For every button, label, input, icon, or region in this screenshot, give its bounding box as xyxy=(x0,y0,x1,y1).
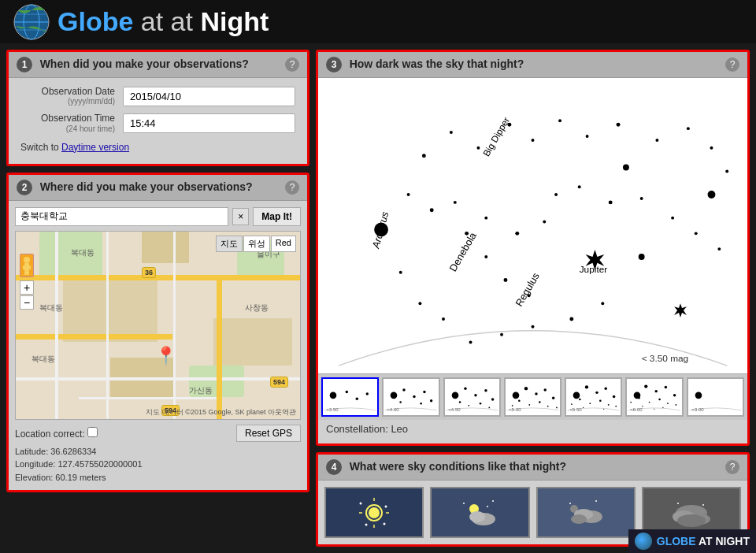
svg-point-54 xyxy=(601,302,604,305)
svg-rect-9 xyxy=(24,271,27,275)
svg-point-106 xyxy=(585,385,588,388)
svg-text:<4.50: <4.50 xyxy=(448,407,461,412)
svg-point-63 xyxy=(528,294,531,297)
street-view-icon[interactable] xyxy=(20,254,34,277)
map-attribution: 지도 데이터 ©2015 Google, SK planet 아웃역관 xyxy=(146,407,296,418)
svg-point-34 xyxy=(617,123,621,127)
section4-help-icon[interactable]: ? xyxy=(725,460,739,474)
zoom-out-button[interactable]: − xyxy=(20,295,34,310)
svg-point-53 xyxy=(717,247,721,251)
svg-point-37 xyxy=(710,147,713,150)
section4-header: 4 What were sky conditions like that nig… xyxy=(318,455,747,481)
section3-help-icon[interactable]: ? xyxy=(725,58,739,72)
chart-thumb-0[interactable]: <3.00 xyxy=(687,377,744,417)
section1-title: When did you make your observations? xyxy=(40,58,249,70)
svg-point-133 xyxy=(654,409,654,410)
route-36-badge: 36 xyxy=(142,267,156,278)
obs-date-row: Observation Date (yyyy/mm/dd) xyxy=(20,86,295,106)
chart-thumb-3[interactable]: <4.50 xyxy=(443,377,501,417)
svg-point-58 xyxy=(469,341,472,344)
switch-version-row: Switch to Daytime version xyxy=(20,140,295,156)
svg-point-149 xyxy=(463,503,465,504)
svg-point-115 xyxy=(615,406,617,407)
svg-point-100 xyxy=(547,406,549,407)
svg-point-40 xyxy=(430,208,434,212)
title-night: Night xyxy=(200,6,269,36)
gps-info: Latitude: 36.6286334 Longitude: 127.4575… xyxy=(15,445,301,484)
chart-thumb-4[interactable]: <5.00 xyxy=(504,377,561,417)
clear-search-button[interactable]: × xyxy=(232,208,249,225)
section-where: 2 Where did you make your observations? … xyxy=(6,173,309,493)
sky-condition-clear[interactable] xyxy=(324,487,424,538)
map-type-tabs: 지도 위성 Red xyxy=(216,236,296,252)
section1-help-icon[interactable]: ? xyxy=(285,58,299,72)
district-label-2: 복대동 xyxy=(39,302,63,314)
chart-thumb-6[interactable]: <6.00 xyxy=(625,377,683,417)
svg-point-109 xyxy=(613,395,615,398)
obs-date-input[interactable] xyxy=(123,87,295,106)
location-search-input[interactable] xyxy=(15,207,228,226)
sky-condition-mostly-clear[interactable] xyxy=(430,487,529,538)
svg-point-48 xyxy=(578,185,581,188)
svg-text:< 3.50 mag: < 3.50 mag xyxy=(642,353,689,364)
daytime-version-link[interactable]: Daytime version xyxy=(61,142,129,153)
svg-point-88 xyxy=(468,405,469,406)
star-chart-svg: Arcturus Big Dipper Pollux Betelgeuse xyxy=(318,78,747,373)
svg-point-56 xyxy=(532,325,535,328)
section-dark-sky: 3 How dark was the sky that night? ? xyxy=(316,50,750,446)
svg-text:<5.00: <5.00 xyxy=(509,407,521,412)
star-chart[interactable]: Arcturus Big Dipper Pollux Betelgeuse xyxy=(318,78,747,373)
footer-at: AT xyxy=(699,535,713,547)
chart-thumb-2[interactable]: <4.00 xyxy=(382,377,439,417)
svg-rect-11 xyxy=(331,78,735,373)
svg-point-41 xyxy=(399,271,402,274)
map-it-button[interactable]: Map It! xyxy=(253,207,301,226)
app-title: Globe at at Night xyxy=(57,6,269,37)
section3-header: 3 How dark was the sky that night? ? xyxy=(318,52,747,78)
location-correct-checkbox[interactable] xyxy=(87,427,98,437)
longitude-value: Longitude: 127.45755020000001 xyxy=(15,458,301,471)
svg-point-87 xyxy=(479,403,481,405)
svg-point-144 xyxy=(360,502,362,504)
svg-point-89 xyxy=(488,407,490,409)
svg-point-76 xyxy=(430,399,432,402)
map-type-map[interactable]: 지도 xyxy=(216,236,243,252)
map-type-satellite[interactable]: 위성 xyxy=(243,236,270,252)
svg-text:<3.00: <3.00 xyxy=(691,407,704,412)
svg-point-108 xyxy=(605,387,607,389)
svg-point-13 xyxy=(374,223,388,237)
chart-thumb-1[interactable]: <3.50 xyxy=(321,377,379,417)
map-container[interactable]: 36 594 594 복대동 복대동 복대동 가신동 을이구 사창동 xyxy=(15,231,301,420)
svg-point-16 xyxy=(623,165,629,171)
section-when: 1 When did you make your observations? ?… xyxy=(6,50,309,166)
section2-number: 2 xyxy=(17,180,32,195)
district-label-4: 가신동 xyxy=(189,385,213,396)
district-label-6: 사창동 xyxy=(245,302,269,314)
svg-point-101 xyxy=(512,405,513,406)
svg-point-55 xyxy=(569,317,573,321)
svg-point-46 xyxy=(543,221,546,224)
svg-point-29 xyxy=(476,147,480,150)
district-label-1: 복대동 xyxy=(71,247,94,258)
svg-point-60 xyxy=(465,232,469,236)
svg-point-51 xyxy=(671,217,674,220)
obs-time-input[interactable] xyxy=(123,113,295,133)
chart-thumb-5[interactable]: <5.50 xyxy=(565,377,622,417)
location-correct-label: Location correct: xyxy=(15,427,98,440)
svg-point-143 xyxy=(369,507,380,518)
svg-point-151 xyxy=(487,506,488,507)
section4-title: What were sky conditions like that night… xyxy=(350,460,566,473)
svg-text:<5.50: <5.50 xyxy=(569,407,582,412)
section2-title: Where did you make your observations? xyxy=(40,180,253,193)
sky-condition-partly-cloudy[interactable] xyxy=(536,487,636,538)
reset-gps-button[interactable]: Reset GPS xyxy=(236,425,301,442)
svg-point-110 xyxy=(579,399,581,401)
section2-help-icon[interactable]: ? xyxy=(285,180,299,195)
map-type-red[interactable]: Red xyxy=(271,236,296,252)
svg-point-5 xyxy=(24,257,30,263)
elevation-value: Elevation: 60.19 meters xyxy=(15,471,301,484)
svg-point-73 xyxy=(403,388,406,391)
zoom-in-button[interactable]: + xyxy=(20,280,34,295)
obs-time-row: Observation Time (24 hour time) xyxy=(20,113,295,133)
section3-title: How dark was the sky that night? xyxy=(350,58,524,70)
